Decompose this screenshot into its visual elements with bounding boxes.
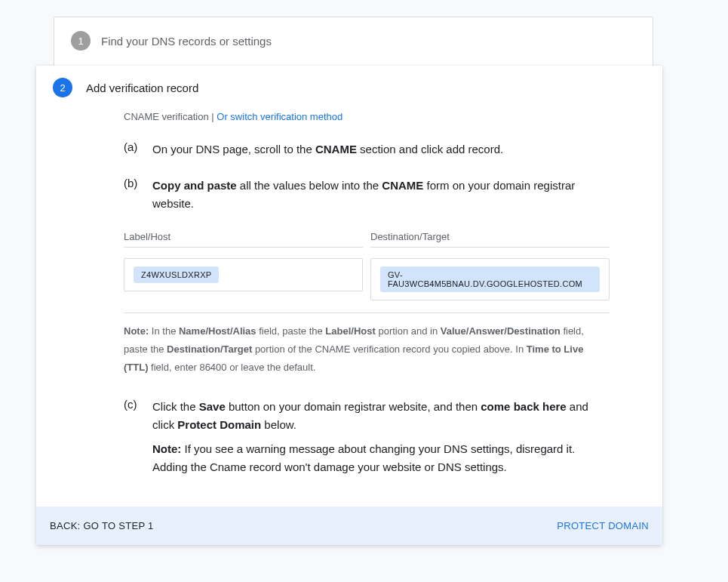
- note-t1: In the: [149, 325, 179, 337]
- note-b3: Label/Host: [325, 325, 375, 337]
- c-b1: Save: [199, 400, 226, 413]
- destination-target-box[interactable]: GV-FAU3WCB4M5BNAU.DV.GOOGLEHOSTED.COM: [370, 258, 610, 300]
- step-a-text: On your DNS page, scroll to the CNAME se…: [152, 140, 503, 159]
- step-c-row: (c) Click the Save button on your domain…: [124, 398, 610, 482]
- cname-fields-row: Label/Host Z4WXUSLDXRXP Destination/Targ…: [124, 231, 610, 300]
- step-b-mid: all the values below into the: [237, 179, 382, 192]
- verification-method-line: CNAME verification | Or switch verificat…: [124, 111, 610, 122]
- step-a-letter: (a): [124, 140, 139, 159]
- verification-label: CNAME verification: [124, 111, 209, 122]
- step-c-letter: (c): [124, 398, 139, 482]
- step2-card: 2 Add verification record CNAME verifica…: [36, 66, 662, 545]
- step1-header: 1 Find your DNS records or settings: [54, 17, 653, 64]
- fields-note: Note: In the Name/Host/Alias field, past…: [124, 322, 610, 377]
- step-b-bold2: CNAME: [382, 179, 423, 192]
- c-t2: button on your domain registrar website,…: [226, 400, 481, 413]
- c-b2: come back here: [481, 400, 566, 413]
- protect-domain-button[interactable]: PROTECT DOMAIN: [557, 520, 649, 531]
- card-footer: BACK: GO TO STEP 1 PROTECT DOMAIN: [36, 507, 662, 545]
- step-b-row: (b) Copy and paste all the values below …: [124, 177, 610, 213]
- step-b-bold1: Copy and paste: [152, 179, 237, 192]
- note-t6: field, enter 86400 or leave the default.: [148, 362, 315, 373]
- step-c-line1: Click the Save button on your domain reg…: [152, 398, 610, 434]
- step-b-text: Copy and paste all the values below into…: [152, 177, 610, 213]
- step1-title: Find your DNS records or settings: [101, 35, 272, 48]
- note-b4: Value/Answer/Destination: [441, 325, 561, 337]
- note-b1: Note:: [124, 325, 149, 337]
- label-host-header: Label/Host: [124, 231, 363, 248]
- step2-number-badge: 2: [53, 78, 72, 97]
- step2-header: 2 Add verification record: [36, 66, 662, 105]
- label-host-box[interactable]: Z4WXUSLDXRXP: [124, 258, 363, 291]
- c-note-b: Note:: [152, 442, 181, 455]
- c-note-t: If you see a warning message about chang…: [152, 442, 575, 473]
- note-t5: portion of the CNAME verification record…: [252, 343, 526, 355]
- step2-title: Add verification record: [86, 82, 198, 94]
- c-t4: below.: [261, 418, 296, 431]
- step1-number-badge: 1: [71, 31, 91, 51]
- c-t1: Click the: [152, 400, 199, 413]
- note-t2: field, paste the: [256, 325, 326, 337]
- label-host-column: Label/Host Z4WXUSLDXRXP: [124, 231, 363, 300]
- fields-separator: [124, 313, 610, 313]
- step-a-row: (a) On your DNS page, scroll to the CNAM…: [124, 140, 610, 159]
- switch-verification-link[interactable]: Or switch verification method: [217, 111, 342, 122]
- destination-target-header: Destination/Target: [370, 231, 610, 248]
- note-b5: Destination/Target: [167, 343, 252, 355]
- step-a-bold: CNAME: [315, 143, 357, 156]
- step-a-pre: On your DNS page, scroll to the: [152, 143, 315, 156]
- label-host-value[interactable]: Z4WXUSLDXRXP: [134, 266, 219, 283]
- step-b-letter: (b): [124, 177, 139, 213]
- step2-content: CNAME verification | Or switch verificat…: [36, 105, 662, 507]
- destination-target-column: Destination/Target GV-FAU3WCB4M5BNAU.DV.…: [370, 231, 610, 300]
- back-button[interactable]: BACK: GO TO STEP 1: [50, 520, 154, 531]
- note-b2: Name/Host/Alias: [179, 325, 256, 337]
- c-b3: Protect Domain: [177, 418, 261, 431]
- note-t3: portion and in: [376, 325, 441, 337]
- step-c-body: Click the Save button on your domain reg…: [152, 398, 610, 482]
- step-a-post: section and click add record.: [357, 143, 503, 156]
- destination-target-value[interactable]: GV-FAU3WCB4M5BNAU.DV.GOOGLEHOSTED.COM: [380, 266, 600, 292]
- step-c-note: Note: If you see a warning message about…: [152, 440, 610, 476]
- verification-separator: |: [209, 111, 217, 122]
